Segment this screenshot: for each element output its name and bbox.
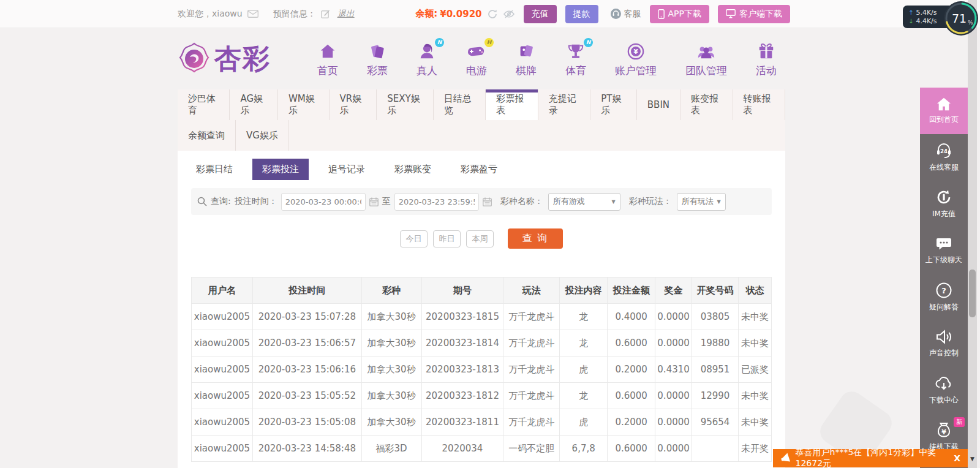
- today-button[interactable]: 今日: [400, 230, 428, 247]
- cell-issue: 2020034: [421, 436, 503, 462]
- lottery-subtab[interactable]: 彩票投注: [252, 159, 309, 180]
- report-tab[interactable]: 彩票报表: [486, 89, 538, 120]
- bet-records-table: 用户名 投注时间 彩种 期号 玩法 投注内容 投注金额 奖金 开奖号码: [191, 277, 772, 462]
- withdraw-button[interactable]: 提款: [565, 5, 598, 23]
- nav-item-home[interactable]: 首页: [317, 42, 338, 78]
- site-logo[interactable]: 杏彩: [178, 41, 292, 77]
- cell-status: 未中奖: [739, 409, 772, 436]
- tabs-row-1: 沙巴体育 AG娱乐 WM娱乐 VR娱乐 SEXY娱乐 日结总览 彩票报表 充提记…: [178, 89, 785, 120]
- sidebar-item-faq[interactable]: ? 疑问解答: [920, 274, 968, 320]
- welcome-text: 欢迎您，xiaowu: [178, 9, 243, 20]
- mail-icon[interactable]: [247, 10, 258, 18]
- cell-bet-time: 2020-03-23 15:05:52: [252, 383, 361, 409]
- sidebar-item-download-center[interactable]: 下载中心: [920, 367, 968, 413]
- page-scrollbar[interactable]: [968, 0, 977, 468]
- cell-result: [692, 436, 739, 462]
- date-from-input[interactable]: [281, 193, 366, 211]
- cell-username: xiaowu2005: [192, 304, 253, 330]
- report-tab[interactable]: BBIN: [637, 89, 680, 120]
- megaphone-icon: [780, 453, 791, 464]
- chat-bubble-icon: [935, 236, 952, 252]
- date-to-input[interactable]: [394, 193, 479, 211]
- report-tab[interactable]: 转账报表: [733, 89, 785, 120]
- cloud-download-icon: [935, 376, 953, 392]
- yesterday-button[interactable]: 昨日: [433, 230, 461, 247]
- lottery-subtab[interactable]: 彩票盈亏: [451, 159, 507, 180]
- cell-content: 龙: [560, 330, 608, 357]
- scrollbar-thumb[interactable]: [969, 270, 976, 317]
- reserved-info-label: 预留信息：: [273, 9, 316, 20]
- report-tab[interactable]: AG娱乐: [230, 89, 277, 120]
- nav-item-account[interactable]: ¥ 账户管理: [615, 42, 657, 78]
- customer-service-label: 客服: [624, 9, 641, 20]
- sidebar-item-im-recharge[interactable]: IM充值: [920, 181, 968, 227]
- cell-issue: 20200323-1811: [421, 409, 503, 436]
- cell-username: xiaowu2005: [192, 436, 253, 462]
- report-tab[interactable]: VR娱乐: [330, 89, 377, 120]
- game-select[interactable]: 所有游戏 ▼: [548, 193, 620, 211]
- refresh-balance-icon[interactable]: [487, 9, 498, 20]
- person-icon: [418, 42, 436, 61]
- sidebar-item-sound[interactable]: 声音控制: [920, 320, 968, 367]
- cpu-gauge: 71 %: [943, 1, 979, 36]
- lottery-subtab[interactable]: 彩票日结: [186, 159, 243, 180]
- nav-item-promotions[interactable]: 活动: [756, 42, 777, 78]
- winner-notification: 恭喜用户h***5在【河内1分彩】中奖12672元 X: [773, 449, 968, 467]
- logout-link[interactable]: 退出: [337, 9, 355, 20]
- edit-icon[interactable]: [321, 9, 330, 18]
- nav-item-team[interactable]: 团队管理: [685, 42, 727, 78]
- table-row: xiaowu2005 2020-03-23 15:07:28 加拿大30秒 20…: [192, 304, 772, 330]
- client-download-button[interactable]: 客户端下载: [718, 5, 790, 23]
- column-header: 投注时间: [252, 277, 361, 304]
- cell-issue: 20200323-1815: [421, 304, 503, 330]
- nav-item-live[interactable]: N 真人: [417, 42, 437, 78]
- bet-time-label: 投注时间：: [235, 196, 277, 207]
- deposit-button[interactable]: 充值: [524, 5, 557, 23]
- sidebar-item-online-service[interactable]: 24 在线客服: [920, 134, 968, 181]
- report-tab[interactable]: 余额查询: [178, 120, 236, 151]
- cell-username: xiaowu2005: [192, 357, 253, 383]
- cell-result: 08951: [692, 357, 739, 383]
- notification-close-button[interactable]: X: [954, 453, 960, 463]
- report-tab[interactable]: WM娱乐: [278, 89, 330, 120]
- nav-item-egames[interactable]: H 电游: [466, 42, 487, 78]
- home-icon: [936, 97, 952, 111]
- float-sidebar: 回到首页 24 在线客服 IM充值 上下级聊天 ? 疑问解答 声音控制 下载中心…: [920, 88, 968, 468]
- report-tab[interactable]: 账变报表: [680, 89, 733, 120]
- sidebar-item-back-home[interactable]: 回到首页: [920, 88, 968, 134]
- nav-item-boardgames[interactable]: 棋牌: [516, 42, 537, 78]
- lottery-subtab[interactable]: 追号记录: [318, 159, 375, 180]
- search-panel: 查询: 投注时间： 至 彩种名称： 所有游戏 ▼ 彩种玩法： 所有玩法 ▼: [191, 188, 772, 215]
- report-tab[interactable]: 充提记录: [538, 89, 590, 120]
- cell-content: 龙: [560, 304, 608, 330]
- report-tab[interactable]: SEXY娱乐: [377, 89, 434, 120]
- customer-service-link[interactable]: 客服: [611, 9, 641, 20]
- this-week-button[interactable]: 本周: [466, 230, 494, 247]
- lottery-subtab[interactable]: 彩票账变: [385, 159, 441, 180]
- sidebar-item-chat[interactable]: 上下级聊天: [920, 227, 968, 274]
- nav-item-lottery[interactable]: 彩票: [367, 42, 388, 78]
- report-tab[interactable]: PT娱乐: [590, 89, 637, 120]
- svg-text:24: 24: [940, 148, 948, 154]
- cell-prize: 0.0000: [655, 383, 692, 409]
- cell-bet-time: 2020-03-23 15:05:08: [252, 409, 361, 436]
- cell-bet-time: 2020-03-23 15:06:16: [252, 357, 361, 383]
- report-tab[interactable]: 日结总览: [434, 89, 486, 120]
- play-select[interactable]: 所有玩法 ▼: [677, 193, 726, 211]
- cell-result: 03805: [692, 304, 739, 330]
- cell-amount: 0.4000: [608, 304, 655, 330]
- query-button[interactable]: 查 询: [508, 228, 563, 249]
- cell-content: 虎: [560, 357, 608, 383]
- report-tab[interactable]: 沙巴体育: [178, 89, 230, 120]
- app-download-button[interactable]: APP下载: [650, 5, 709, 23]
- cell-username: xiaowu2005: [192, 330, 253, 357]
- monitor-icon: [726, 9, 736, 18]
- collapse-caret-icon[interactable]: ▼: [970, 456, 974, 462]
- cell-play: 一码不定胆: [503, 436, 560, 462]
- calendar-icon[interactable]: [483, 197, 492, 206]
- column-header: 奖金: [655, 277, 692, 304]
- nav-item-sports[interactable]: N 体育: [565, 42, 586, 78]
- calendar-icon[interactable]: [369, 197, 379, 206]
- report-tab[interactable]: VG娱乐: [236, 120, 289, 151]
- eye-off-icon[interactable]: [503, 9, 515, 19]
